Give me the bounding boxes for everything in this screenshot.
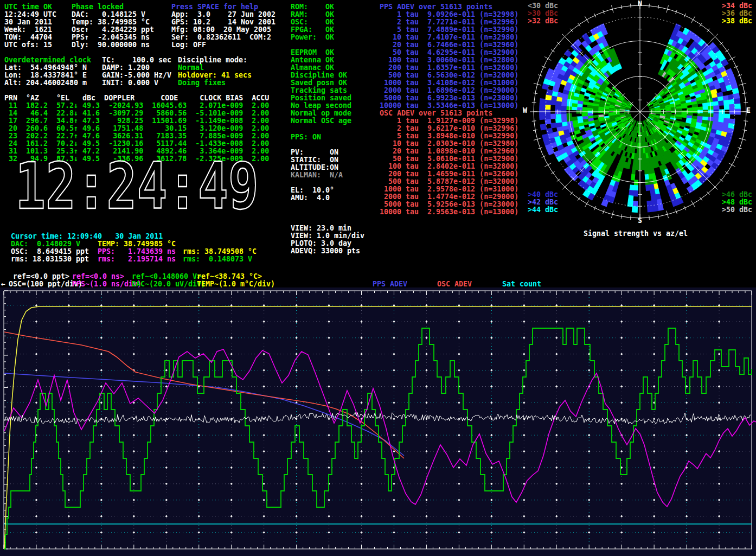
receiver-status-line: Position saved [291,94,351,102]
pps-adev-table-line: 200 tau 1.6357e-011 (n=32600) [380,64,518,72]
hw-selftest-block-line: FPGA: OK [291,26,334,34]
pps-state: PPS: ON [291,133,321,141]
version-block-line: GPS: 10.2 14 Nov 2001 [171,18,276,26]
plot-ref-label: ref~<38.743 °C> [197,273,262,280]
sat-table-row: 14 46.4 22.8↓ 41.6 -3097.29 5860.56 -5.1… [4,110,269,117]
version-block-line: App: 3.0 27 Jun 2002 [171,11,276,18]
osc-adev-table-line: 500 tau 5.8787e-012 (n=32000) [380,178,518,186]
clock-info-col3: Holdover: 41 secs [178,72,252,79]
osc-adev-table-line: 5000 tau 5.9256e-013 (n=23000) [380,201,518,208]
plot-ref-label: ref=<0.0 ppt> [13,273,69,280]
view-config-line: VIEW: 1.0 min/div [291,232,364,240]
receiver-status-line: Saved posn OK [291,79,347,87]
phase-lock-block-title: Phase locked [72,3,124,11]
plot-scale-label: OSC=(100 ppt/div) [9,280,82,288]
clock-info-col2: INIT: 0.000 V [102,79,158,87]
nav-mode-line: ALTITUDE:ON [291,164,338,171]
cursor-stat: TEMP: 38.749985 °C [98,240,176,248]
cursor-stat: rms: 2.195714 ns [98,255,176,263]
version-block-title: Press SPACE for help [171,3,258,11]
hw-selftest-block-line: Power: OK [291,34,334,41]
amu-mask: AMU: 4.0 [291,194,330,202]
pps-adev-table-line: 100 tau 3.0060e-011 (n=32800) [380,56,518,64]
utc-time-block-line: 12:24:49 UTC [4,11,56,18]
receiver-status-line: Discipline OK [291,72,347,79]
clock-info-col3: Discipline mode: [178,56,247,64]
plot-scale-label: OSC ADEV [437,280,472,288]
clock-info-col2: TC: 100.0 sec [102,56,171,64]
cursor-stat: rms: 0.148073 V [183,255,252,263]
nav-mode-line: PV: ON [291,149,338,156]
polar-caption: Signal strength vs az/el [584,230,688,238]
sat-table-row: 20 260.6 60.5↑ 49.6 1751.48 30.15 3.120e… [4,125,269,132]
osc-adev-table-title: OSC ADEV over 51613 points [380,110,492,117]
pps-adev-table-line: 5000 tau 6.9923e-013 (n=23000) [380,94,518,102]
utc-time-block-title: UTC time OK [4,3,52,11]
cursor-stat: rms: 18.031530 ppt [11,255,89,263]
mouse-cursor: ← [1,280,5,288]
version-block-line: Mfg: 08:00 20 May 2005 [171,26,271,34]
version-block-line: Log: OFF [171,41,206,49]
osc-adev-table-line: 10000 tau 2.9563e-013 (n=13000) [380,208,518,216]
pps-adev-table-line: 20 tau 6.7466e-011 (n=32960) [380,41,518,49]
history-plot[interactable] [0,287,756,556]
utc-time-block-line: UTC ofs: 15 [4,41,52,49]
receiver-status-line: Antenna OK [291,56,334,64]
plot-scale-label: PPS~(1.0 ns/div) [72,280,142,288]
big-digital-clock: 12:24:49 [15,154,259,218]
clock-info-col1: Overdetermined clock [4,56,91,64]
cursor-stat: DAC: 0.148029 V [11,240,80,248]
pps-adev-table-line: 2000 tau 1.6896e-012 (n=29000) [380,87,518,94]
receiver-status-line: No leap second [291,102,351,110]
utc-time-block-line: TOW: 44704 [4,34,52,41]
sat-table-row: 24 161.2 70.2↓ 49.5 -1230.16 5117.44 -1.… [4,140,269,148]
elevation-mask: EL: 10.0° [291,187,334,194]
hw-selftest-block-line: RAM: OK [291,11,334,18]
version-block-line: Ser: 0.82362611 COM:2 [171,34,271,41]
polar-grid [530,2,750,222]
phase-lock-block-line: PPS↑ -2.045345 ns [72,34,150,41]
view-config-line: ADEVQ: 33000 pts [291,247,360,255]
plot-scale-label: PPS ADEV [373,280,407,288]
sat-table-row: 17 296.7 34.8↑ 47.3 928.25 11501.69 -1.1… [4,117,269,125]
clock-info-col1: Lat: 54.4964948° N [4,64,87,72]
plot-scale-label: DAC~(20.0 uV/div) [132,280,206,288]
cursor-stat: OSC: 8.649415 ppt [11,248,89,255]
pps-adev-table-line: 50 tau 4.6295e-011 (n=32900) [380,49,518,56]
pps-adev-table-line: 1 tau 9.0926e-011 (n=32998) [380,11,518,18]
pps-adev-table-line: 2 tau 7.7271e-011 (n=32996) [380,18,518,26]
pps-adev-table-line: 10000 tau 3.5346e-013 (n=13000) [380,102,518,110]
clock-info-col2: GAIN:-5.000 Hz/V [102,72,171,79]
plot-ref-label: ref~<0.148060 V> [132,273,201,280]
clock-info-col2: DAMP: 1.200 [102,64,150,72]
phase-lock-block-line: DAC: 0.148125 V [72,11,145,18]
phase-lock-block-line: Osc↑ 4.284229 ppt [72,26,154,34]
sat-table-row: 23 202.2 22.7↑ 47.6 3626.31 7183.35 7.88… [4,132,269,140]
cursor-time: Cursor time: 12:09:40 30 Jan 2011 [11,233,163,240]
heather-screen: UTC time OK12:24:49 UTC30 Jan 2011Week: … [0,0,756,556]
receiver-status-line: Tracking sats [291,87,347,94]
sat-table-row: 11 182.2 57.2↓ 49.3 -2024.93 16045.63 2.… [4,102,269,110]
clock-info-col3: Doing fixes [178,79,226,87]
osc-adev-table-line: 100 tau 2.8402e-011 (n=32800) [380,163,518,170]
hw-selftest-block-line: OSC: OK [291,18,334,26]
plot-scale-label: Sat count [502,280,541,288]
utc-time-block-line: Week: 1621 [4,26,52,34]
osc-adev-table-line: 1000 tau 2.9578e-012 (n=31000) [380,186,518,193]
osc-adev-table-line: 200 tau 1.4659e-011 (n=32600) [380,170,518,178]
osc-adev-table-line: 2000 tau 1.4774e-012 (n=29000) [380,193,518,201]
clock-info-col3: Normal [178,64,204,72]
clock-info-col1: Alt: 204.46002480 m [4,79,87,87]
osc-adev-table-line: 20 tau 1.0898e-010 (n=32960) [380,148,518,155]
receiver-status-line: Normal op mode [291,110,351,117]
pps-adev-table-line: 1000 tau 3.4108e-012 (n=31000) [380,79,518,87]
osc-adev-table-line: 50 tau 5.0610e-011 (n=32900) [380,155,518,163]
view-config-line: PLOTQ: 3.0 day [291,240,351,247]
receiver-status-line: Almanac OK [291,64,334,72]
receiver-status-line: Normal OSC age [291,117,351,125]
nav-mode-line: KALMAN: N/A [291,171,343,179]
utc-time-block-line: 30 Jan 2011 [4,18,52,26]
receiver-status-line: EEPROM OK [291,49,334,56]
cursor-stat: rms: 38.749508 °C [183,248,257,255]
osc-adev-table-line: 10 tau 2.0303e-010 (n=32980) [380,140,518,148]
